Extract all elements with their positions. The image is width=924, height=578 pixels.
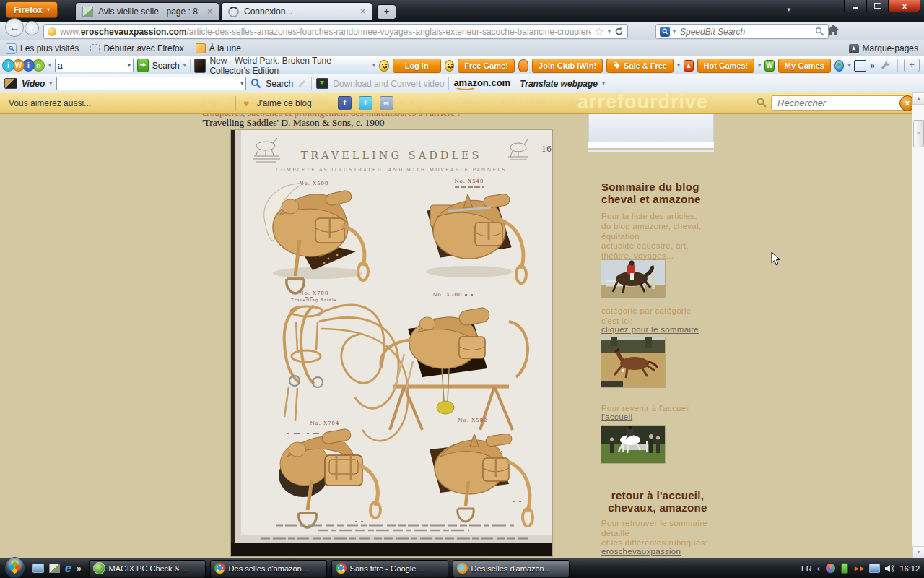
iwin-logo-icon[interactable]: i W i n xyxy=(4,59,45,72)
search-magnifier-icon[interactable] xyxy=(815,27,824,36)
bookmark-star-icon[interactable]: ☆ xyxy=(595,26,604,37)
globe-dropdown-icon[interactable]: ▾ xyxy=(847,62,850,69)
list-all-tabs-icon[interactable]: ▾ xyxy=(787,6,790,13)
tray-app-icon[interactable] xyxy=(825,563,836,574)
amazon-logo[interactable]: amazon.com xyxy=(453,77,510,90)
tab-close-icon[interactable]: × xyxy=(207,7,212,16)
home-button[interactable] xyxy=(827,24,840,38)
minimize-button[interactable] xyxy=(844,0,866,12)
search-dropdown-icon[interactable]: ▾ xyxy=(183,62,186,69)
quick-launch-overflow-icon[interactable]: » xyxy=(77,564,82,574)
sidebar-link-accueil[interactable]: l'accueil xyxy=(601,413,714,421)
sidebar-heading-retour: retour à l'accueil, chevaux, amazone xyxy=(601,489,714,514)
language-indicator[interactable]: FR xyxy=(801,564,812,573)
firefox-menu-button[interactable]: Firefox ▾ xyxy=(6,1,58,18)
url-dropdown-icon[interactable]: ▾ xyxy=(608,28,611,35)
speedbit-dap-icon[interactable]: ►► xyxy=(853,564,865,572)
sidebar-text: catégorie par catégorie xyxy=(601,306,714,316)
url-text[interactable]: www.eroschevauxpassion.com/article-des-s… xyxy=(60,27,591,37)
show-desktop-icon[interactable] xyxy=(32,564,44,573)
back-button[interactable]: ← xyxy=(5,18,24,37)
combo-dropdown-icon[interactable]: ▾ xyxy=(237,80,243,87)
twitter-icon[interactable]: t xyxy=(359,96,372,110)
task-chrome-sans-titre[interactable]: Sans titre - Google ... xyxy=(331,560,448,577)
forward-button[interactable]: → xyxy=(25,21,39,35)
join-club-button[interactable]: Join Club iWin! xyxy=(532,59,603,73)
tab-close-icon[interactable]: × xyxy=(360,7,365,16)
task-magix[interactable]: MAGIX PC Check & ... xyxy=(89,560,206,577)
search-engine-dropdown-icon[interactable]: ▾ xyxy=(673,28,676,35)
galloping-horse-image[interactable] xyxy=(601,337,665,387)
sidebar-link-sommaire[interactable]: cliquez pour le sommaire xyxy=(601,325,714,334)
bookmark-headlines[interactable]: À la une xyxy=(196,43,241,53)
video-menu[interactable]: Video xyxy=(22,79,45,89)
free-game-button[interactable]: Free Game! xyxy=(458,59,515,73)
minimize-icon xyxy=(853,7,858,9)
start-button[interactable] xyxy=(4,557,25,578)
video-search-button[interactable]: Search xyxy=(266,79,293,89)
blog-search-box[interactable]: ok xyxy=(771,95,905,111)
task-firefox-selles[interactable]: Des selles d'amazon... xyxy=(453,560,570,577)
like-blog-button[interactable]: J'aime ce blog xyxy=(256,98,311,108)
calculator-icon[interactable] xyxy=(854,60,866,72)
add-toolbar-button[interactable]: + xyxy=(904,59,920,72)
scrollbar-thumb[interactable]: ≡ xyxy=(913,120,924,147)
taskbar: e » MAGIX PC Check & ... Des selles d'am… xyxy=(0,558,924,578)
tray-status-icon[interactable] xyxy=(841,563,848,574)
task-chrome-selles[interactable]: Des selles d'amazon... xyxy=(210,560,327,577)
share-link-icon[interactable]: ∞ xyxy=(380,96,393,110)
maximize-button[interactable] xyxy=(866,0,889,12)
network-icon[interactable] xyxy=(869,564,880,573)
internet-explorer-icon[interactable]: e xyxy=(65,563,71,574)
tab-connexion[interactable]: Connexion... × xyxy=(221,2,372,20)
my-games-button[interactable]: My Games xyxy=(778,59,831,73)
video-dropdown-icon[interactable]: ▾ xyxy=(49,80,52,87)
iwin-search-box[interactable]: a ▾ xyxy=(55,59,134,72)
scroll-up-icon[interactable]: ▲ xyxy=(912,92,924,105)
bookmark-getting-started[interactable]: Débuter avec Firefox xyxy=(90,43,183,53)
suggestions-menu[interactable]: Vous aimerez aussi... xyxy=(9,98,91,108)
riders-scene-image[interactable] xyxy=(601,426,665,463)
blog-search-input[interactable] xyxy=(776,97,907,109)
system-tray: FR ‹ ►► 16:12 xyxy=(801,563,920,574)
url-bar[interactable]: www.eroschevauxpassion.com/article-des-s… xyxy=(43,24,628,39)
close-button[interactable]: x xyxy=(889,0,920,12)
clock[interactable]: 16:12 xyxy=(899,564,920,573)
wrench-icon[interactable] xyxy=(881,60,892,71)
media-player-icon[interactable] xyxy=(49,564,60,573)
video-search-box[interactable]: ▾ xyxy=(56,77,246,90)
tab-avis-vieille-selle[interactable]: Avis vieille selle - page : 8 × xyxy=(75,2,219,20)
search-bar[interactable]: ▾ xyxy=(655,24,829,39)
translate-dropdown-icon[interactable]: ▾ xyxy=(602,80,605,87)
facebook-icon[interactable]: f xyxy=(338,96,352,110)
hot-games-button[interactable]: Hot Games! xyxy=(697,59,755,73)
show-jumping-image[interactable] xyxy=(601,260,665,298)
reload-icon[interactable] xyxy=(614,27,624,36)
globe-icon[interactable] xyxy=(834,60,845,72)
download-convert-button[interactable]: Download and Convert video xyxy=(333,79,444,89)
tray-expand-icon[interactable]: ‹ xyxy=(817,564,820,574)
bookmarks-menu-button[interactable]: ★ Marque-pages xyxy=(849,43,918,53)
vertical-scrollbar[interactable]: ▲ ≡ ▼ xyxy=(912,92,924,558)
combo-dropdown-icon[interactable]: ▾ xyxy=(125,62,131,69)
bookmark-most-visited[interactable]: Les plus visités xyxy=(6,43,79,54)
scroll-down-icon[interactable]: ▼ xyxy=(912,546,924,558)
translate-menu[interactable]: Translate webpage xyxy=(520,79,598,89)
iwin-menu-dropdown-icon[interactable]: ▾ xyxy=(48,62,51,69)
hot-dropdown-icon[interactable]: ▾ xyxy=(758,62,761,69)
search-input[interactable] xyxy=(679,26,812,38)
close-bar-icon[interactable]: x xyxy=(899,95,912,111)
game-title-link[interactable]: New - Weird Park: Broken Tune Collector'… xyxy=(209,56,369,76)
volume-icon[interactable] xyxy=(885,564,894,573)
game-dropdown-icon[interactable]: ▾ xyxy=(372,62,375,69)
overflow-chevron-icon[interactable]: » xyxy=(870,61,875,71)
blog-search-magnifier-icon xyxy=(757,98,767,108)
login-button[interactable]: Log In xyxy=(393,59,441,73)
sale-dropdown-icon[interactable]: ▾ xyxy=(677,62,680,69)
sale-free-button[interactable]: Sale & Free xyxy=(606,59,674,73)
iwin-search-go-icon[interactable]: ➜ xyxy=(137,59,149,72)
new-tab-button[interactable]: + xyxy=(377,4,396,20)
dashed-box-icon xyxy=(90,44,100,53)
iwin-search-label[interactable]: Search xyxy=(152,61,180,71)
sidebar-link-eroschevauxpassion[interactable]: eroschevauxpassion xyxy=(601,547,714,556)
